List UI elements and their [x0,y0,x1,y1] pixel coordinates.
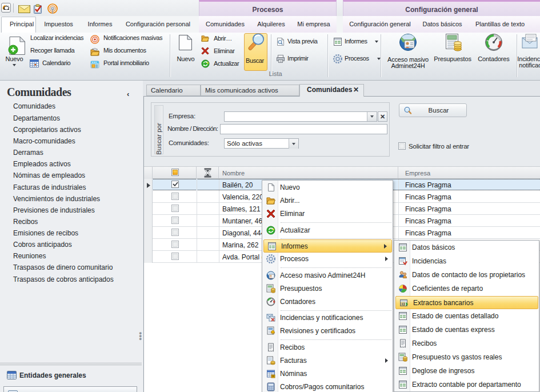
svg-text:43: 43 [401,302,405,306]
